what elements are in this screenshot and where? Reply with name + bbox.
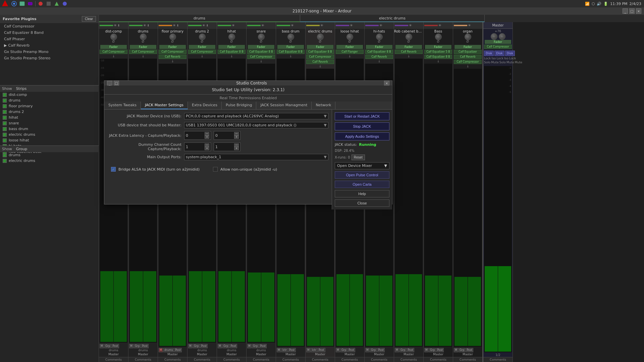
fader-button[interactable]: Fader <box>189 45 215 49</box>
pan-knob[interactable]: — <box>228 34 235 40</box>
mute-button[interactable]: M <box>188 344 193 348</box>
jack-master-device-combo[interactable]: PCH,0,0 capture and playback (ALC269VC A… <box>184 113 328 119</box>
channel-knob-area[interactable]: — <box>453 34 482 40</box>
group-button[interactable]: Grp <box>104 344 111 348</box>
pan-knob[interactable]: — <box>465 34 471 40</box>
group-button[interactable]: Grp <box>193 344 200 348</box>
extra-latency-capture-spinbox[interactable]: 0 — + <box>184 131 211 140</box>
strip-item-loose-hihat[interactable]: ✓ loose hihat <box>0 137 99 143</box>
group-button[interactable]: Grp <box>459 348 466 352</box>
plugin-calf-compressor[interactable]: Calf Compressor <box>129 50 157 54</box>
channel-knob-area[interactable]: — <box>394 34 423 40</box>
extra-latency-playback-spinbox[interactable]: 0 — + <box>214 131 240 140</box>
fader-button[interactable]: Fader <box>366 45 392 49</box>
plugin-calf-eq[interactable]: Calf Equalizer 8 B <box>365 50 393 54</box>
group-button[interactable]: Grp <box>252 344 259 348</box>
group-button[interactable]: Grp <box>222 344 229 348</box>
fader-button[interactable]: Fader <box>100 45 127 49</box>
group-button[interactable]: Grp <box>340 348 347 352</box>
channel-comments[interactable]: Comments <box>306 357 335 362</box>
ch-input-icon[interactable]: ⬇ <box>117 24 120 27</box>
master-pan-knob[interactable]: — <box>491 33 497 40</box>
channel-knob-area[interactable]: — <box>306 34 335 40</box>
channel-comments[interactable]: Comments <box>217 357 246 362</box>
ch-eye-icon[interactable]: 👁 <box>261 24 264 27</box>
strip-checkbox[interactable]: ✓ <box>3 133 7 137</box>
group-checkbox[interactable]: ✓ <box>3 153 7 157</box>
clear-button[interactable]: Clear <box>82 16 96 22</box>
channel-comments[interactable]: Comments <box>335 357 364 362</box>
fader-button[interactable]: Fader <box>130 45 156 49</box>
spin-up-btn[interactable]: + <box>234 147 239 150</box>
group-button[interactable]: Grp <box>370 348 377 352</box>
strip-checkbox[interactable]: ✓ <box>3 104 7 108</box>
channel-knob-area[interactable]: — <box>276 34 305 40</box>
post-button[interactable]: Post <box>436 348 444 352</box>
pan-knob[interactable]: — <box>169 34 176 40</box>
disk-button-1[interactable]: Disk <box>484 51 494 56</box>
close-button[interactable]: × <box>636 8 641 14</box>
master-knob-2[interactable]: — <box>499 33 505 40</box>
plugin-calf-compressor[interactable]: Calf Compressor <box>100 50 127 54</box>
master-comments[interactable]: Comments <box>483 357 513 362</box>
mute-button[interactable]: M <box>454 348 458 352</box>
channel-comments[interactable]: Comments <box>394 357 423 362</box>
strip-item-snare[interactable]: ✓ snare <box>0 120 99 126</box>
plugin-calf-reverb[interactable]: Calf Reverb <box>306 60 334 64</box>
main-output-combo[interactable]: system:playback_1 ▼ <box>184 154 328 160</box>
minimize-button[interactable]: _ <box>623 8 628 14</box>
channel-knob-area[interactable]: — <box>158 34 187 40</box>
dummy-playback-spinbox[interactable]: 1 — + <box>214 142 240 151</box>
pan-knob[interactable]: — <box>199 34 206 40</box>
spin-down-btn[interactable]: — <box>234 143 239 147</box>
ch-eye-icon[interactable]: 👁 <box>114 24 117 27</box>
group-item-drums[interactable]: ✓ drums <box>0 152 99 158</box>
post-button[interactable]: Post <box>111 344 119 348</box>
open-carla-button[interactable]: Open Carla <box>335 181 389 188</box>
dialog-close-button[interactable]: × <box>384 81 389 85</box>
group-button[interactable]: Grp <box>429 348 436 352</box>
post-button[interactable]: Post <box>407 348 414 352</box>
mute-button[interactable]: M <box>277 348 281 352</box>
strip-item-hihat[interactable]: ✓ hihat <box>0 115 99 120</box>
help-button[interactable]: Help <box>335 190 389 197</box>
dialog-minimize-button[interactable]: _ <box>107 81 112 85</box>
channel-knob-area[interactable]: — <box>247 34 276 40</box>
plugin-calf-compressor-master[interactable]: Calf Compressor <box>484 45 512 49</box>
sidebar-item-gx-mono[interactable]: Gx Studio Preamp Mono <box>0 49 99 55</box>
ch-eye-icon[interactable]: 👁 <box>202 24 205 27</box>
start-restart-jack-button[interactable]: Start or Restart JACK <box>335 112 389 120</box>
fader-button[interactable]: Fader <box>425 45 451 49</box>
apply-audio-settings-button[interactable]: Apply Audio Settings <box>335 132 389 140</box>
usb-master-combo[interactable]: USB1 1397:0503 001 UMC1820,0,0 capture a… <box>184 122 328 128</box>
channel-knob-area[interactable]: — <box>99 34 128 40</box>
mute-button[interactable]: M <box>365 348 370 352</box>
sidebar-item-calf-reverb[interactable]: ▶ Calf Reverb <box>0 42 99 49</box>
mute-button[interactable]: M <box>336 348 340 352</box>
ch-eye-icon[interactable]: 👁 <box>320 24 323 27</box>
pan-knob[interactable]: — <box>435 34 442 40</box>
ch-eye-icon[interactable]: 👁 <box>232 24 235 27</box>
channel-knob-area[interactable]: — <box>335 34 364 40</box>
plugin-calf-reverb[interactable]: Calf Reverb <box>454 55 482 59</box>
pan-knob[interactable]: — <box>258 34 265 40</box>
plugin-calf-reverb[interactable]: Calf Reverb <box>365 55 393 59</box>
post-button[interactable]: Post <box>174 348 182 352</box>
bridge-alsa-checkbox[interactable]: ✓ <box>111 167 116 172</box>
channel-knob-area[interactable]: — <box>128 34 158 40</box>
spin-down-btn[interactable]: — <box>205 132 209 135</box>
group-button[interactable]: Grp <box>399 348 407 352</box>
plugin-calf-eq8[interactable]: Calf Equalizer 8 B <box>424 55 452 59</box>
strip-item-drums-2[interactable]: ✓ drums 2 <box>0 109 99 115</box>
tab-jack-session[interactable]: JACK Session Managment <box>256 102 312 109</box>
spin-down-btn[interactable]: — <box>234 132 239 135</box>
allow-non-unique-checkbox[interactable] <box>213 167 218 172</box>
strip-item-dist-comp[interactable]: ✓ dist-comp <box>0 92 99 98</box>
strip-checkbox[interactable]: ✓ <box>3 127 7 131</box>
channel-comments[interactable]: Comments <box>424 357 453 362</box>
post-button[interactable]: Post <box>259 344 267 348</box>
post-button[interactable]: Post <box>347 348 355 352</box>
mute-button[interactable]: M <box>129 344 133 348</box>
plugin-calf-eq[interactable]: Calf Equalizer 8 B <box>306 50 334 54</box>
ch-input-icon[interactable]: ⬇ <box>206 24 209 27</box>
